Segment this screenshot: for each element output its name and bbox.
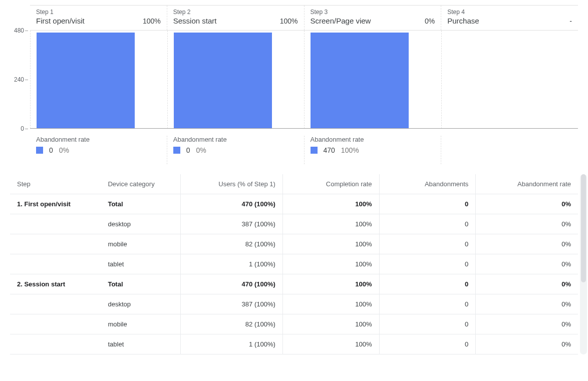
- table-row[interactable]: tablet1 (100%)100%00%: [10, 334, 578, 354]
- abandonment-cell: [441, 136, 578, 164]
- funnel-bar-cell: [167, 31, 305, 129]
- cell-device: desktop: [101, 214, 180, 234]
- abandonment-percent: 0%: [196, 146, 206, 154]
- col-device[interactable]: Device category: [101, 174, 180, 194]
- cell-abandonments: 0: [379, 254, 476, 274]
- cell-users: 82 (100%): [180, 314, 282, 334]
- funnel-bar[interactable]: [311, 33, 409, 129]
- col-abandonments[interactable]: Abandonments: [379, 174, 476, 194]
- legend-swatch: [173, 147, 180, 154]
- cell-abandonments: 0: [379, 234, 476, 254]
- col-users[interactable]: Users (% of Step 1): [180, 174, 282, 194]
- cell-abandonments: 0: [379, 334, 476, 354]
- table-row[interactable]: tablet1 (100%)100%00%: [10, 254, 578, 274]
- funnel-step-header[interactable]: Step 4Purchase-: [441, 6, 578, 30]
- abandonment-label: Abandonment rate: [311, 136, 435, 143]
- cell-device: Total: [101, 194, 180, 214]
- y-axis-tick: 480: [0, 27, 24, 34]
- step-percent: 0%: [425, 17, 435, 25]
- cell-completion: 100%: [282, 334, 379, 354]
- step-percent: -: [569, 17, 572, 25]
- cell-device: Total: [101, 274, 180, 294]
- cell-abandon-rate: 0%: [476, 214, 578, 234]
- funnel-bar[interactable]: [37, 33, 135, 129]
- cell-step-name: 2. Session start: [10, 274, 101, 294]
- cell-users: 1 (100%): [180, 334, 282, 354]
- funnel-bar-cell: [30, 31, 167, 129]
- table-row[interactable]: mobile82 (100%)100%00%: [10, 314, 578, 334]
- funnel-chart: Step 1First open/visit100%Step 2Session …: [0, 5, 588, 164]
- abandonment-count: 470: [324, 146, 335, 154]
- cell-abandon-rate: 0%: [476, 294, 578, 314]
- step-title: Purchase: [447, 17, 479, 25]
- abandonment-cell: Abandonment rate00%: [30, 136, 167, 164]
- col-completion[interactable]: Completion rate: [282, 174, 379, 194]
- funnel-step-header[interactable]: Step 2Session start100%: [167, 6, 304, 30]
- step-index-label: Step 4: [447, 9, 572, 16]
- cell-step-name: 1. First open/visit: [10, 194, 101, 214]
- cell-step-name: [10, 234, 101, 254]
- cell-abandonments: 0: [379, 214, 476, 234]
- cell-completion: 100%: [282, 294, 379, 314]
- cell-device: tablet: [101, 334, 180, 354]
- funnel-table-wrap: Step Device category Users (% of Step 1)…: [10, 174, 578, 354]
- cell-abandonments: 0: [379, 314, 476, 334]
- step-title: First open/visit: [36, 17, 85, 25]
- cell-users: 1 (100%): [180, 254, 282, 274]
- cell-device: desktop: [101, 294, 180, 314]
- funnel-bar[interactable]: [174, 33, 272, 129]
- cell-completion: 100%: [282, 274, 379, 294]
- step-percent: 100%: [143, 17, 161, 25]
- cell-device: mobile: [101, 314, 180, 334]
- cell-abandon-rate: 0%: [476, 314, 578, 334]
- step-index-label: Step 2: [173, 9, 298, 16]
- cell-step-name: [10, 214, 101, 234]
- step-title: Session start: [173, 17, 217, 25]
- abandonment-count: 0: [49, 146, 53, 154]
- cell-abandon-rate: 0%: [476, 274, 578, 294]
- table-scrollbar[interactable]: [580, 174, 587, 354]
- funnel-step-header[interactable]: Step 3Screen/Page view0%: [304, 6, 441, 30]
- cell-abandonments: 0: [379, 194, 476, 214]
- funnel-step-header[interactable]: Step 1First open/visit100%: [30, 6, 167, 30]
- cell-abandon-rate: 0%: [476, 254, 578, 274]
- cell-users: 387 (100%): [180, 214, 282, 234]
- cell-completion: 100%: [282, 314, 379, 334]
- y-axis-tick: 240: [0, 76, 24, 83]
- abandonment-cell: Abandonment rate470100%: [304, 136, 441, 164]
- cell-completion: 100%: [282, 254, 379, 274]
- funnel-bars: [30, 31, 578, 129]
- cell-step-name: [10, 254, 101, 274]
- cell-users: 470 (100%): [180, 194, 282, 214]
- abandonment-label: Abandonment rate: [173, 136, 298, 143]
- cell-step-name: [10, 294, 101, 314]
- funnel-bar-cell: [304, 31, 441, 129]
- funnel-table: Step Device category Users (% of Step 1)…: [10, 174, 578, 354]
- abandonment-label: Abandonment rate: [36, 136, 161, 143]
- funnel-report: Step 1First open/visit100%Step 2Session …: [0, 0, 588, 381]
- col-abandon-rate[interactable]: Abandonment rate: [476, 174, 578, 194]
- step-index-label: Step 3: [311, 9, 435, 16]
- funnel-step-headers: Step 1First open/visit100%Step 2Session …: [30, 5, 578, 31]
- cell-step-name: [10, 314, 101, 334]
- table-row[interactable]: 1. First open/visitTotal470 (100%)100%00…: [10, 194, 578, 214]
- table-row[interactable]: desktop387 (100%)100%00%: [10, 294, 578, 314]
- legend-swatch: [36, 147, 43, 154]
- table-row[interactable]: mobile82 (100%)100%00%: [10, 234, 578, 254]
- abandonment-percent: 0%: [59, 146, 69, 154]
- legend-swatch: [311, 147, 318, 154]
- funnel-abandonment-row: Abandonment rate00%Abandonment rate00%Ab…: [30, 136, 578, 164]
- table-row[interactable]: desktop387 (100%)100%00%: [10, 214, 578, 234]
- step-index-label: Step 1: [36, 9, 161, 16]
- cell-step-name: [10, 334, 101, 354]
- cell-users: 470 (100%): [180, 274, 282, 294]
- table-header-row: Step Device category Users (% of Step 1)…: [10, 174, 578, 194]
- col-step[interactable]: Step: [10, 174, 101, 194]
- scrollbar-thumb[interactable]: [581, 174, 586, 282]
- cell-completion: 100%: [282, 214, 379, 234]
- cell-abandon-rate: 0%: [476, 234, 578, 254]
- table-row[interactable]: 2. Session startTotal470 (100%)100%00%: [10, 274, 578, 294]
- step-title: Screen/Page view: [311, 17, 371, 25]
- cell-abandonments: 0: [379, 274, 476, 294]
- cell-users: 387 (100%): [180, 294, 282, 314]
